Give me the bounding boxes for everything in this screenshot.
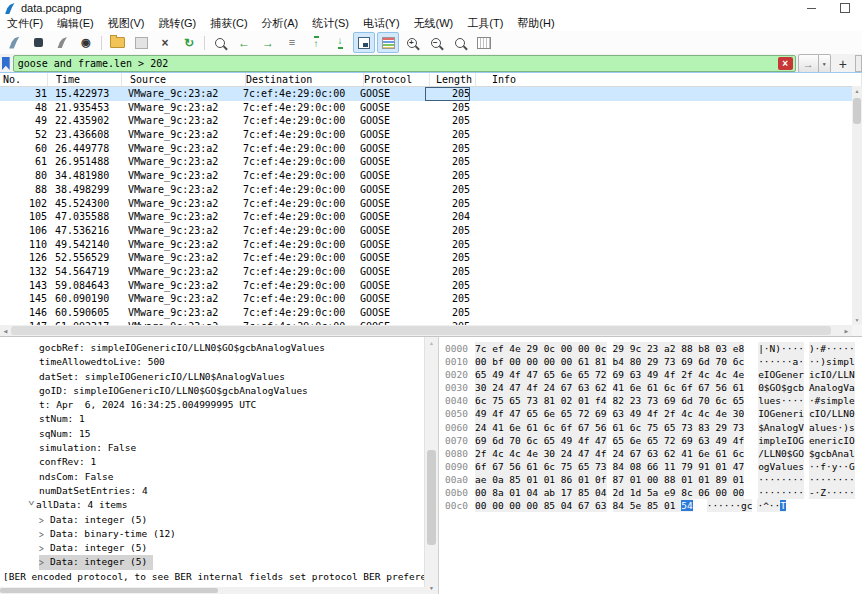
detail-node[interactable]: timeAllowedtoLive: 500 — [39, 355, 165, 369]
stop-capture-button[interactable] — [27, 32, 49, 53]
reload-button[interactable]: ↻ — [178, 32, 200, 53]
scroll-up-icon[interactable]: ▲ — [425, 340, 438, 346]
menu-item-9[interactable]: 无线(W) — [407, 16, 461, 31]
close-file-button[interactable]: × — [154, 32, 176, 53]
filter-dropdown-caret[interactable]: ▼ — [819, 54, 831, 73]
detail-node[interactable]: sqNum: 15 — [39, 427, 90, 441]
packet-row[interactable]: 146 60.590605 VMware_9c:23:a2 7c:ef:4e:2… — [0, 306, 862, 320]
packet-row[interactable]: 145 60.090190 VMware_9c:23:a2 7c:ef:4e:2… — [0, 292, 862, 306]
details-hscroll-thumb[interactable] — [0, 588, 218, 593]
packet-list-hscrollbar[interactable]: ◀ ▶ — [0, 325, 852, 336]
detail-node[interactable]: simulation: False — [39, 441, 136, 455]
hex-row[interactable]: 005049 4f 47 65 6e 65 72 6963 49 4f 2f 4… — [445, 407, 862, 420]
minimize-button[interactable] — [798, 0, 824, 16]
menu-item-3[interactable]: 视图(V) — [101, 16, 152, 31]
details-vscrollbar[interactable]: ▲ ▼ — [424, 337, 438, 594]
detail-node[interactable]: >Data: integer (5) — [39, 541, 147, 555]
details-vscroll-thumb[interactable] — [427, 450, 436, 545]
menu-item-5[interactable]: 捕获(C) — [203, 16, 254, 31]
packet-row[interactable]: 105 47.035588 VMware_9c:23:a2 7c:ef:4e:2… — [0, 210, 862, 224]
zoom-in-button[interactable] — [401, 32, 423, 53]
hex-row[interactable]: 002065 49 4f 47 65 6e 65 7269 63 49 4f 2… — [445, 368, 862, 381]
auto-scroll-toggle[interactable] — [353, 32, 375, 53]
zoom-reset-button[interactable] — [449, 32, 471, 53]
go-forward-button[interactable]: → — [257, 32, 279, 53]
details-hscrollbar[interactable] — [0, 587, 425, 594]
scroll-right-icon[interactable]: ▶ — [841, 328, 852, 334]
expand-chevron-icon[interactable]: > — [39, 554, 50, 574]
detail-node[interactable]: >Data: binary-time (12) — [39, 527, 176, 541]
packet-row[interactable]: 48 21.935453 VMware_9c:23:a2 7c:ef:4e:29… — [0, 101, 862, 115]
detail-node[interactable]: ndsCom: False — [39, 470, 113, 484]
start-capture-button[interactable] — [3, 32, 25, 53]
column-header-length[interactable]: Length — [430, 73, 476, 86]
menu-item-10[interactable]: 工具(T) — [460, 16, 510, 31]
hex-row[interactable]: 00007c ef 4e 29 0c 00 00 0c29 9c 23 a2 8… — [445, 342, 862, 355]
hex-row[interactable]: 007069 6d 70 6c 65 49 4f 4765 6e 65 72 6… — [445, 434, 862, 447]
capture-options-button[interactable] — [51, 32, 73, 53]
colorize-toggle[interactable] — [377, 32, 399, 53]
column-header-no[interactable]: No. — [0, 73, 48, 86]
scroll-down-icon[interactable]: ▼ — [425, 585, 438, 591]
detail-node[interactable]: goID: simpleIOGenericIO/LLN0$GO$gcbAnalo… — [39, 384, 308, 398]
menu-item-4[interactable]: 跳转(G) — [151, 16, 203, 31]
apply-filter-icon[interactable]: → — [798, 54, 819, 73]
menu-item-7[interactable]: 统计(S) — [305, 16, 356, 31]
detail-node[interactable]: stNum: 1 — [39, 412, 85, 426]
column-header-destination[interactable]: Destination — [246, 73, 364, 86]
zoom-out-button[interactable] — [425, 32, 447, 53]
vscroll-thumb[interactable] — [853, 98, 861, 124]
hex-row[interactable]: 00906f 67 56 61 6c 75 65 7384 08 66 11 7… — [445, 460, 862, 473]
go-back-button[interactable]: ← — [233, 32, 255, 53]
hex-row[interactable]: 00a0ae 0a 85 01 01 86 01 0f87 01 00 88 0… — [445, 473, 862, 486]
packet-row[interactable]: 110 49.542140 VMware_9c:23:a2 7c:ef:4e:2… — [0, 238, 862, 252]
packet-row[interactable]: 126 52.556529 VMware_9c:23:a2 7c:ef:4e:2… — [0, 251, 862, 265]
packet-row[interactable]: 31 15.422973 VMware_9c:23:a2 7c:ef:4e:29… — [0, 87, 862, 101]
detail-node[interactable]: datSet: simpleIOGenericIO/LLN0$AnalogVal… — [39, 370, 285, 384]
collapse-chevron-icon[interactable]: > — [20, 501, 40, 512]
menu-item-2[interactable]: 编辑(E) — [50, 16, 101, 31]
packet-row[interactable]: 143 59.084643 VMware_9c:23:a2 7c:ef:4e:2… — [0, 279, 862, 293]
go-to-bottom-button[interactable]: ↓ — [329, 32, 351, 53]
packet-list-vscrollbar[interactable]: ▲ ▼ — [852, 86, 862, 325]
menu-item-1[interactable]: 文件(F) — [0, 16, 50, 31]
column-header-time[interactable]: Time — [56, 73, 122, 86]
packet-row[interactable]: 60 26.449778 VMware_9c:23:a2 7c:ef:4e:29… — [0, 142, 862, 156]
detail-node[interactable]: >Data: integer (5) — [39, 513, 147, 527]
hex-row[interactable]: 00c000 00 00 00 85 04 67 6384 5e 85 01 5… — [445, 499, 862, 512]
packet-row[interactable]: 102 45.524300 VMware_9c:23:a2 7c:ef:4e:2… — [0, 197, 862, 211]
menu-item-6[interactable]: 分析(A) — [255, 16, 306, 31]
hex-row[interactable]: 001000 bf 00 00 00 00 61 81b4 80 29 73 6… — [445, 355, 862, 368]
detail-node[interactable]: confRev: 1 — [39, 455, 96, 469]
packet-row[interactable]: 106 47.536216 VMware_9c:23:a2 7c:ef:4e:2… — [0, 224, 862, 238]
restart-capture-button[interactable]: ◉ — [75, 32, 97, 53]
go-to-top-button[interactable]: ↑ — [305, 32, 327, 53]
hex-row[interactable]: 00802f 4c 4c 4e 30 24 47 4f24 67 63 62 4… — [445, 447, 862, 460]
packet-row[interactable]: 61 26.951488 VMware_9c:23:a2 7c:ef:4e:29… — [0, 155, 862, 169]
scroll-left-icon[interactable]: ◀ — [0, 328, 11, 334]
detail-node[interactable]: numDatSetEntries: 4 — [39, 484, 148, 498]
column-header-source[interactable]: Source — [130, 73, 246, 86]
hex-row[interactable]: 00b000 8a 01 04 ab 17 85 042d 1d 5a e9 8… — [445, 486, 862, 499]
display-filter-input[interactable]: goose and frame.len > 202 × — [13, 55, 796, 72]
packet-row[interactable]: 49 22.435902 VMware_9c:23:a2 7c:ef:4e:29… — [0, 114, 862, 128]
packet-row[interactable]: 132 54.564719 VMware_9c:23:a2 7c:ef:4e:2… — [0, 265, 862, 279]
packet-row[interactable]: 80 34.481980 VMware_9c:23:a2 7c:ef:4e:29… — [0, 169, 862, 183]
open-file-button[interactable] — [106, 32, 128, 53]
detail-node[interactable]: >Data: integer (5) — [39, 555, 153, 569]
packet-row[interactable]: 88 38.498299 VMware_9c:23:a2 7c:ef:4e:29… — [0, 183, 862, 197]
find-packet-button[interactable] — [209, 32, 231, 53]
clear-filter-icon[interactable]: × — [778, 57, 793, 70]
detail-node[interactable]: t: Apr 6, 2024 16:34:25.004999995 UTC — [39, 398, 256, 412]
hex-row[interactable]: 003030 24 47 4f 24 67 63 6241 6e 61 6c 6… — [445, 381, 862, 394]
packet-row[interactable]: 52 23.436608 VMware_9c:23:a2 7c:ef:4e:29… — [0, 128, 862, 142]
scroll-up-icon[interactable]: ▲ — [852, 88, 862, 94]
hex-row[interactable]: 006024 41 6e 61 6c 6f 67 5661 6c 75 65 7… — [445, 421, 862, 434]
save-file-button[interactable] — [130, 32, 152, 53]
column-header-info[interactable]: Info — [492, 73, 862, 86]
menu-item-8[interactable]: 电话(Y) — [356, 16, 407, 31]
scroll-down-icon[interactable]: ▼ — [852, 317, 862, 323]
add-filter-button[interactable]: + — [839, 57, 847, 71]
detail-node[interactable]: gocbRef: simpleIOGenericIO/LLN0$GO$gcbAn… — [39, 341, 325, 355]
go-to-packet-button[interactable]: ≡ — [281, 32, 303, 53]
